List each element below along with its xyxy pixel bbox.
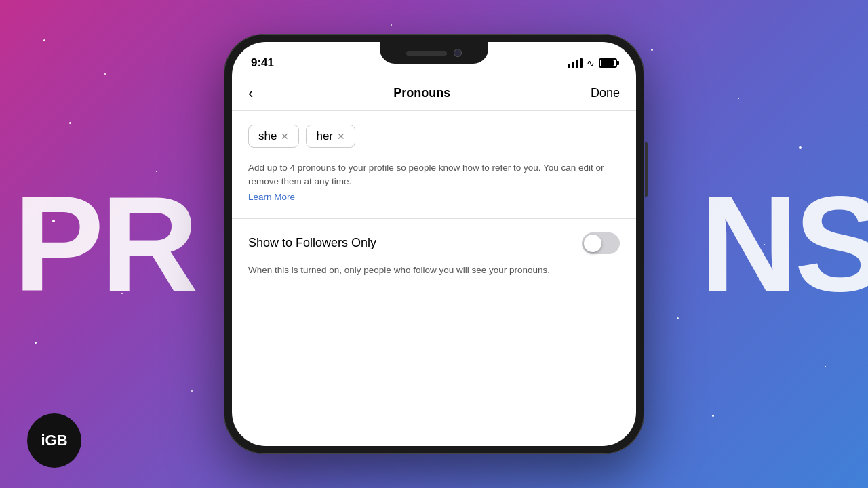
remove-her-icon[interactable]: ✕ (337, 131, 345, 142)
learn-more-link[interactable]: Learn More (248, 192, 620, 202)
front-camera (454, 49, 462, 57)
battery-fill (601, 60, 614, 66)
side-button (645, 142, 648, 197)
done-button[interactable]: Done (591, 86, 620, 100)
phone-screen: 9:41 ∿ ‹ Pronouns (232, 42, 636, 446)
back-button[interactable]: ‹ (248, 85, 253, 102)
signal-bar-4 (580, 58, 583, 68)
section-divider (232, 218, 636, 219)
speaker (406, 51, 447, 56)
pronoun-tag-she[interactable]: she ✕ (248, 125, 299, 148)
bg-text-left: PR (14, 176, 195, 312)
toggle-description: When this is turned on, only people who … (248, 264, 620, 277)
wifi-icon: ∿ (587, 58, 595, 68)
phone-body: 9:41 ∿ ‹ Pronouns (224, 34, 644, 454)
content-area: she ✕ her ✕ Add up to 4 pronouns to your… (232, 111, 636, 446)
followers-only-toggle[interactable] (582, 232, 620, 254)
toggle-label: Show to Followers Only (248, 236, 376, 250)
phone-notch (380, 42, 488, 64)
status-icons: ∿ (568, 58, 617, 68)
bg-text-right: NS (700, 176, 868, 312)
toggle-thumb (584, 235, 601, 252)
pronouns-description: Add up to 4 pronouns to your profile so … (248, 161, 620, 189)
pronoun-her-label: her (316, 129, 333, 143)
pronoun-tags: she ✕ her ✕ (248, 125, 620, 148)
signal-bar-3 (576, 60, 578, 68)
signal-bar-2 (572, 62, 574, 68)
battery-icon (599, 58, 617, 68)
igb-logo: iGB (27, 413, 81, 468)
pronoun-she-label: she (258, 129, 277, 143)
signal-bars (568, 58, 583, 68)
signal-bar-1 (568, 64, 570, 68)
show-followers-toggle-row: Show to Followers Only (248, 232, 620, 254)
nav-bar: ‹ Pronouns Done (232, 76, 636, 111)
pronoun-tag-her[interactable]: her ✕ (306, 125, 355, 148)
status-time: 9:41 (251, 56, 274, 70)
page-title: Pronouns (393, 86, 450, 100)
remove-she-icon[interactable]: ✕ (281, 131, 289, 142)
phone-mockup: 9:41 ∿ ‹ Pronouns (224, 34, 644, 454)
